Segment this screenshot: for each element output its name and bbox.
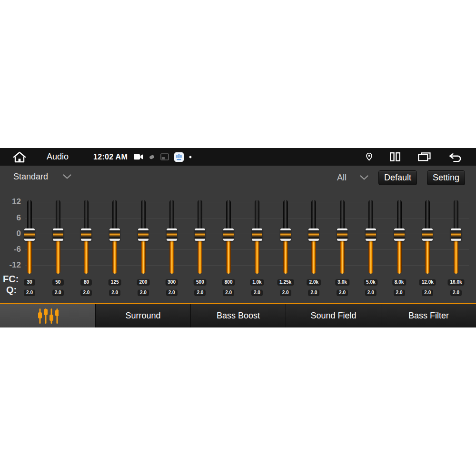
page: Audio 12:02 AM [0, 0, 476, 476]
q-value[interactable]: 2.0 [80, 289, 92, 296]
q-value[interactable]: 2.0 [308, 289, 319, 296]
slider-thumb[interactable] [195, 228, 205, 241]
default-button[interactable]: Default [378, 170, 417, 185]
channel-dropdown[interactable]: All [337, 173, 368, 183]
back-icon[interactable] [448, 152, 462, 162]
q-value[interactable]: 2.0 [24, 289, 35, 296]
chevron-down-icon [360, 175, 368, 180]
notification-dot [189, 156, 192, 159]
slider-thumb[interactable] [337, 228, 347, 241]
q-value[interactable]: 2.0 [251, 289, 263, 296]
status-icons [134, 152, 192, 162]
eq-band: 1.25k2.0 [274, 198, 297, 302]
fc-value[interactable]: 3.0k [335, 279, 349, 286]
slider-thumb[interactable] [53, 228, 63, 241]
fc-value[interactable]: 1.25k [277, 279, 294, 286]
tab-bass-boost[interactable]: Bass Boost [190, 304, 286, 327]
eq-band: 16.0k2.0 [445, 198, 467, 302]
q-value[interactable]: 2.0 [223, 289, 234, 296]
slider-thumb[interactable] [252, 228, 262, 241]
eq-band: 1252.0 [103, 198, 126, 302]
q-value[interactable]: 2.0 [394, 289, 405, 296]
slider-thumb[interactable] [109, 228, 120, 241]
clock: 12:02 AM [93, 153, 128, 161]
eq-band: 2.0k2.0 [302, 198, 325, 302]
eq-band: 1.0k2.0 [246, 198, 268, 302]
setting-button[interactable]: Setting [427, 170, 465, 185]
fc-value[interactable]: 2.0k [307, 279, 321, 286]
tab-equalizer[interactable] [0, 304, 95, 327]
pip-icon [160, 153, 169, 160]
tab-label: Surround [125, 311, 160, 321]
slider-thumb[interactable] [167, 228, 177, 241]
q-value[interactable]: 2.0 [365, 289, 377, 296]
eq-band: 802.0 [75, 198, 98, 302]
preset-dropdown[interactable]: Standard [13, 172, 71, 182]
slider-thumb[interactable] [280, 228, 291, 241]
slider-thumb[interactable] [308, 228, 319, 241]
fc-value[interactable]: 50 [52, 279, 64, 286]
fc-value[interactable]: 125 [109, 279, 121, 286]
eq-band: 12.0k2.0 [416, 198, 439, 302]
status-bar: Audio 12:02 AM [0, 148, 476, 166]
video-camera-icon [134, 154, 143, 160]
head-unit-screen: Audio 12:02 AM [0, 148, 476, 327]
slider-thumb[interactable] [81, 228, 91, 241]
eq-band: 8.0k2.0 [388, 198, 411, 302]
q-value[interactable]: 2.0 [52, 289, 64, 296]
eq-band: 5.0k2.0 [359, 198, 382, 302]
fc-value[interactable]: 30 [24, 279, 35, 286]
slider-thumb[interactable] [394, 228, 405, 241]
fc-value[interactable]: 200 [137, 279, 150, 286]
fc-value[interactable]: 800 [222, 279, 235, 286]
q-value[interactable]: 2.0 [450, 289, 462, 296]
fc-value[interactable]: 500 [194, 279, 207, 286]
audio-app-icon [174, 152, 184, 162]
tab-bar: Surround Bass Boost Sound Field Bass Fil… [0, 304, 476, 327]
eq-band: 502.0 [47, 198, 69, 302]
q-value[interactable]: 2.0 [166, 289, 178, 296]
fc-value[interactable]: 80 [80, 279, 92, 286]
fc-value[interactable]: 5.0k [364, 279, 377, 286]
slider-thumb[interactable] [24, 228, 35, 241]
eq-band: 5002.0 [188, 198, 211, 302]
slider-thumb[interactable] [223, 228, 234, 241]
tab-label: Sound Field [310, 311, 356, 321]
slider-thumb[interactable] [138, 228, 149, 241]
slider-thumb[interactable] [366, 228, 376, 241]
location-pin-icon[interactable] [366, 153, 372, 161]
q-value[interactable]: 2.0 [422, 289, 433, 296]
slider-thumb[interactable] [422, 228, 433, 241]
fc-value[interactable]: 12.0k [419, 279, 436, 286]
eq-band: 3002.0 [160, 198, 183, 302]
equalizer-panel: Standard All Default Setting 1260-6-12 F… [0, 166, 476, 303]
q-value[interactable]: 2.0 [194, 289, 206, 296]
home-icon[interactable] [12, 151, 27, 163]
split-screen-icon[interactable] [390, 152, 400, 161]
eq-band: 8002.0 [217, 198, 240, 302]
tab-sound-field[interactable]: Sound Field [286, 304, 381, 327]
tab-surround[interactable]: Surround [95, 304, 190, 327]
fc-value[interactable]: 1.0k [250, 279, 264, 286]
fc-value[interactable]: 16.0k [447, 279, 464, 286]
q-value[interactable]: 2.0 [109, 289, 120, 296]
slider-thumb[interactable] [451, 228, 461, 241]
recent-apps-icon[interactable] [418, 152, 431, 161]
q-value[interactable]: 2.0 [138, 289, 149, 296]
toolbar-right: All Default Setting [337, 170, 465, 185]
channel-value: All [337, 173, 347, 183]
q-value[interactable]: 2.0 [280, 289, 291, 296]
q-value[interactable]: 2.0 [337, 289, 348, 296]
tab-label: Bass Filter [408, 311, 449, 321]
chevron-down-icon [63, 174, 71, 179]
fc-value[interactable]: 8.0k [392, 279, 406, 286]
app-title: Audio [47, 152, 69, 162]
fc-row-label: FC: [3, 273, 19, 285]
preset-value: Standard [13, 172, 48, 182]
q-row-label: Q: [6, 284, 17, 296]
fc-value[interactable]: 300 [165, 279, 178, 286]
mouse-icon [149, 154, 155, 160]
tab-label: Bass Boost [217, 311, 260, 321]
eq-band: 302.0 [18, 198, 41, 302]
tab-bass-filter[interactable]: Bass Filter [381, 304, 476, 327]
